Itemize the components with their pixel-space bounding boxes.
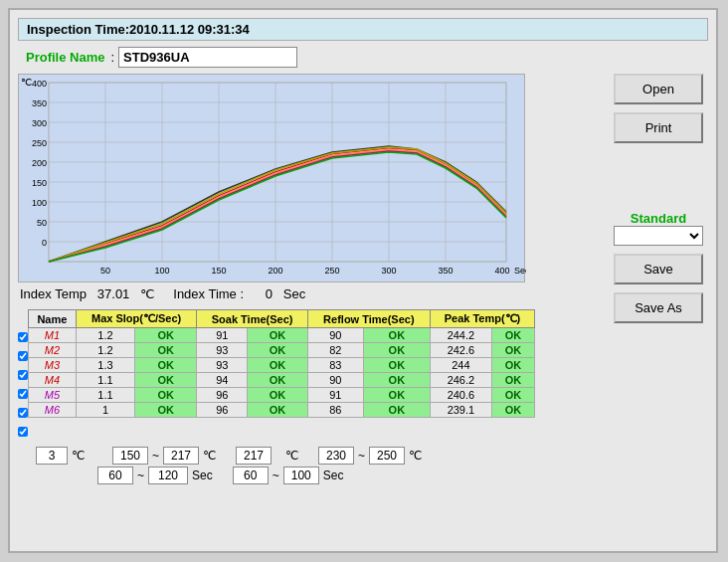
- svg-text:200: 200: [32, 158, 47, 168]
- cell-rf-ok-5: OK: [363, 403, 430, 418]
- table-row-5: M5 1.1 OK 96 OK 91 OK 240.6 OK: [29, 388, 535, 403]
- cell-rf-ok-3: OK: [363, 373, 430, 388]
- save-button[interactable]: Save: [614, 254, 703, 284]
- cell-maxslop-4: 1.1: [76, 388, 134, 403]
- cell-maxslop-1: 1.2: [76, 343, 134, 358]
- cell-pk-ok-0: OK: [491, 328, 534, 343]
- cell-rf-ok-0: OK: [363, 328, 430, 343]
- cell-peak-3: 246.2: [430, 373, 491, 388]
- col-header-maxslop: Max Slop(℃/Sec): [76, 310, 197, 328]
- cell-pk-ok-2: OK: [491, 358, 534, 373]
- standard-label: Standard: [614, 211, 703, 226]
- content-area: ℃: [18, 74, 708, 486]
- data-table: Name Max Slop(℃/Sec) Soak Time(Sec) Refl…: [28, 309, 535, 418]
- cell-ms-ok-5: OK: [135, 403, 197, 418]
- cell-soak-3: 94: [197, 373, 248, 388]
- table-row-6: M6 1 OK 96 OK 86 OK 239.1 OK: [29, 403, 535, 418]
- param-range4-hi[interactable]: [283, 467, 319, 484]
- chart-container: ℃: [18, 74, 525, 282]
- cell-soak-5: 96: [197, 403, 248, 418]
- cell-pk-ok-5: OK: [491, 403, 534, 418]
- profile-label: Profile Name: [26, 50, 104, 65]
- checkbox-m3[interactable]: [18, 370, 28, 380]
- svg-text:250: 250: [324, 266, 339, 276]
- cell-maxslop-5: 1: [76, 403, 134, 418]
- index-temp-unit: ℃: [140, 286, 155, 301]
- cell-peak-2: 244: [430, 358, 491, 373]
- svg-text:100: 100: [32, 198, 47, 208]
- param-unit6: Sec: [323, 468, 344, 482]
- cell-ms-ok-4: OK: [135, 388, 197, 403]
- check-row-4: [18, 384, 28, 403]
- param-range2-hi[interactable]: [369, 447, 405, 465]
- checkbox-m6[interactable]: [18, 427, 28, 437]
- profile-row: Profile Name :: [26, 47, 708, 68]
- check-col-wrapper: [18, 327, 28, 441]
- cell-soak-2: 93: [197, 358, 248, 373]
- param-range1-hi[interactable]: [163, 447, 199, 465]
- cell-peak-1: 242.6: [430, 343, 491, 358]
- cell-maxslop-2: 1.3: [76, 358, 134, 373]
- cell-peak-0: 244.2: [430, 328, 491, 343]
- cell-pk-ok-4: OK: [491, 388, 534, 403]
- cell-soak-1: 93: [197, 343, 248, 358]
- param-range2-lo[interactable]: [318, 447, 354, 465]
- svg-text:50: 50: [100, 266, 110, 276]
- cell-name-5: M6: [29, 403, 77, 418]
- cell-ms-ok-3: OK: [135, 373, 197, 388]
- cell-name-0: M1: [29, 328, 77, 343]
- param-range1-lo[interactable]: [112, 447, 148, 465]
- cell-soak-4: 96: [197, 388, 248, 403]
- param-unit3: ℃: [285, 449, 298, 463]
- param-range3-hi[interactable]: [148, 467, 188, 484]
- cell-sk-ok-1: OK: [248, 343, 308, 358]
- svg-text:100: 100: [154, 266, 169, 276]
- cell-name-3: M4: [29, 373, 77, 388]
- checkbox-m2[interactable]: [18, 351, 28, 361]
- col-header-name: Name: [29, 310, 77, 328]
- cell-pk-ok-1: OK: [491, 343, 534, 358]
- checkbox-m1[interactable]: [18, 332, 28, 342]
- param-range4-lo[interactable]: [233, 467, 269, 484]
- cell-rf-ok-2: OK: [363, 358, 430, 373]
- cell-name-1: M2: [29, 343, 77, 358]
- cell-reflow-1: 82: [307, 343, 363, 358]
- col-header-reflow: Reflow Time(Sec): [307, 310, 430, 328]
- table-row-4: M4 1.1 OK 94 OK 90 OK 246.2 OK: [29, 373, 535, 388]
- save-as-button[interactable]: Save As: [614, 292, 703, 323]
- col-header-peak: Peak Temp(℃): [430, 310, 534, 328]
- title-text: Inspection Time:2010.11.12 09:31:34: [27, 22, 250, 37]
- standard-area: Standard: [614, 211, 703, 246]
- cell-reflow-5: 86: [307, 403, 363, 418]
- svg-text:400: 400: [32, 79, 47, 89]
- svg-text:200: 200: [268, 266, 282, 276]
- standard-select[interactable]: [614, 226, 703, 246]
- print-button[interactable]: Print: [614, 112, 703, 143]
- svg-text:150: 150: [211, 266, 226, 276]
- svg-text:50: 50: [37, 218, 47, 228]
- svg-text:350: 350: [32, 98, 47, 108]
- svg-text:Sec: Sec: [514, 266, 526, 276]
- svg-text:300: 300: [32, 118, 47, 128]
- profile-input[interactable]: [118, 47, 297, 68]
- param-val2[interactable]: [236, 447, 272, 465]
- table-row-1: M1 1.2 OK 91 OK 90 OK 244.2 OK: [29, 328, 535, 343]
- open-button[interactable]: Open: [614, 74, 703, 104]
- cell-pk-ok-3: OK: [491, 373, 534, 388]
- cell-reflow-4: 91: [307, 388, 363, 403]
- checkbox-m4[interactable]: [18, 389, 28, 399]
- check-row-6: [18, 422, 28, 441]
- index-row: Index Temp 37.01 ℃ Index Time : 0 Sec: [20, 286, 601, 301]
- param-range3-lo[interactable]: [97, 467, 133, 484]
- index-temp-label: Index Temp: [20, 286, 87, 301]
- checkbox-m5[interactable]: [18, 408, 28, 418]
- param-unit1: ℃: [72, 449, 85, 463]
- param-val1[interactable]: [36, 447, 68, 465]
- table-row-3: M3 1.3 OK 93 OK 83 OK 244 OK: [29, 358, 535, 373]
- svg-text:300: 300: [381, 266, 396, 276]
- cell-name-4: M5: [29, 388, 77, 403]
- chart-svg: 400 350 300 250 200 150 100 50 0 50 100 …: [19, 75, 526, 283]
- svg-text:0: 0: [42, 238, 47, 248]
- params-line-2: ~ Sec ~ Sec: [97, 467, 601, 484]
- params-container: ℃ ~ ℃ ℃ ~ ℃: [36, 447, 601, 484]
